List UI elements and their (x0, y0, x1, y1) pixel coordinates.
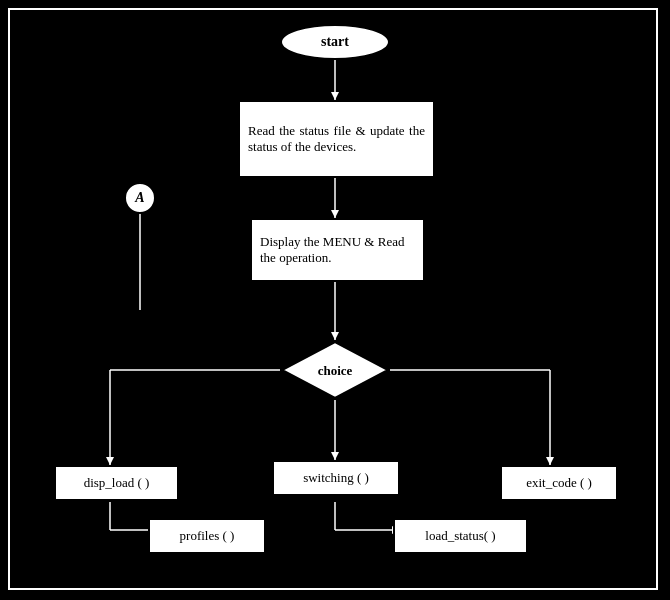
svg-marker-8 (106, 457, 114, 465)
profiles-label: profiles ( ) (180, 528, 235, 544)
svg-marker-10 (331, 452, 339, 460)
connector-a: A (124, 182, 156, 214)
diagram-area: start Read the status file & update the … (8, 8, 658, 590)
box-profiles: profiles ( ) (148, 518, 266, 554)
flowchart-lines (10, 10, 660, 592)
exit-code-label: exit_code ( ) (526, 475, 592, 491)
box-disp-load: disp_load ( ) (54, 465, 179, 501)
box-load-status: load_status( ) (393, 518, 528, 554)
box-display-menu: Display the MENU & Read the operation. (250, 218, 425, 282)
diagram-container: start Read the status file & update the … (0, 0, 670, 600)
svg-text:choice: choice (318, 363, 353, 378)
box-read-status: Read the status file & update the status… (238, 100, 435, 178)
box-exit-code: exit_code ( ) (500, 465, 618, 501)
switching-label: switching ( ) (303, 470, 369, 486)
disp-load-label: disp_load ( ) (84, 475, 150, 491)
start-oval: start (280, 24, 390, 60)
connector-label: A (135, 190, 144, 206)
box2-text: Display the MENU & Read the operation. (260, 234, 415, 266)
box-switching: switching ( ) (272, 460, 400, 496)
svg-marker-3 (331, 210, 339, 218)
load-status-label: load_status( ) (425, 528, 495, 544)
svg-marker-1 (331, 92, 339, 100)
box1-text: Read the status file & update the status… (248, 123, 425, 155)
diamond-choice: choice (280, 340, 390, 400)
svg-marker-13 (546, 457, 554, 465)
start-label: start (321, 34, 349, 50)
diamond-svg: choice (280, 340, 390, 400)
svg-marker-5 (331, 332, 339, 340)
